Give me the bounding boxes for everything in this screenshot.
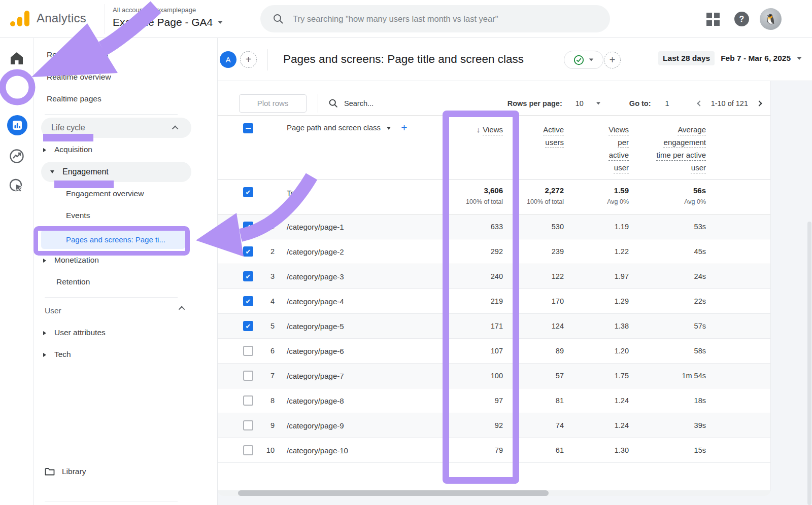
table-row[interactable]: 10 /category/page-10 79 61 1.30 15s (218, 438, 770, 463)
advertising-icon[interactable] (9, 178, 25, 194)
row-checkbox[interactable] (243, 395, 253, 406)
row-avg-time: 53s (629, 223, 706, 231)
row-checkbox[interactable] (243, 445, 253, 455)
nav-acquisition[interactable]: Acquisition (43, 145, 92, 154)
table-row[interactable]: 6 /category/page-6 107 89 1.20 58s (218, 339, 770, 364)
column-header-avg-engagement-time[interactable]: Average engagement time per active user (629, 116, 706, 179)
top-app-bar: Analytics All accounts › examplepage Exa… (0, 0, 812, 38)
table-row[interactable]: ✔ 5 /category/page-5 171 124 1.38 57s (218, 314, 770, 339)
help-icon[interactable]: ? (734, 12, 749, 26)
row-checkbox[interactable]: ✔ (243, 246, 253, 257)
add-comparison-icon[interactable]: + (240, 51, 257, 68)
row-checkbox[interactable] (243, 346, 253, 356)
table-row[interactable]: 7 /category/page-7 100 57 1.75 1m 54s (218, 364, 770, 388)
table-row[interactable]: 8 /category/page-8 97 81 1.24 18s (218, 388, 770, 413)
go-to-label: Go to: (629, 99, 651, 107)
nav-realtime-pages[interactable]: Realtime pages (47, 94, 101, 103)
table-header-row: Page path and screen class + ↓Views Acti… (218, 116, 770, 180)
nav-realtime-overview[interactable]: Realtime overview (47, 73, 111, 82)
breadcrumb[interactable]: All accounts › examplepage (113, 6, 196, 14)
chevron-down-icon[interactable] (387, 127, 391, 130)
row-page-path: /category/page-1 (280, 223, 427, 231)
row-index: 10 (258, 446, 280, 454)
dimension-header[interactable]: Page path and screen class + (280, 116, 427, 179)
row-views-per-user: 1.38 (564, 322, 629, 330)
nav-divider (45, 114, 178, 115)
total-checkbox[interactable]: ✔ (243, 187, 253, 197)
table-row[interactable]: ✔ 1 /category/page-1 633 530 1.19 53s (218, 214, 770, 239)
row-checkbox[interactable]: ✔ (243, 321, 253, 331)
row-checkbox[interactable]: ✔ (243, 271, 253, 281)
plot-rows-button[interactable]: Plot rows (239, 94, 307, 113)
row-checkbox[interactable] (243, 420, 253, 430)
column-header-active-users[interactable]: Active users (503, 116, 564, 179)
add-report-icon[interactable]: + (604, 52, 621, 68)
row-checkbox[interactable]: ✔ (243, 222, 253, 232)
next-page-icon[interactable] (756, 100, 762, 106)
global-search-input[interactable] (293, 14, 598, 24)
date-range-picker[interactable]: Last 28 days Feb 7 - Mar 6, 2025 (658, 51, 802, 65)
page-scrollbar[interactable] (807, 222, 811, 505)
collapse-arrow-icon[interactable] (50, 170, 54, 173)
nav-engagement[interactable]: Engagement (41, 162, 191, 182)
add-dimension-icon[interactable]: + (401, 123, 407, 132)
table-row[interactable]: 9 /category/page-9 92 74 1.24 39s (218, 413, 770, 438)
row-checkbox[interactable]: ✔ (243, 296, 253, 306)
nav-events[interactable]: Events (66, 211, 90, 220)
table-rows: ✔ 1 /category/page-1 633 530 1.19 53s ✔ … (218, 214, 770, 463)
row-page-path: /category/page-3 (280, 272, 427, 281)
horizontal-scrollbar[interactable] (218, 490, 770, 496)
expand-arrow-icon[interactable] (43, 331, 46, 335)
table-search-input[interactable] (344, 99, 400, 107)
comparison-avatar[interactable]: A (220, 51, 236, 68)
nav-library[interactable]: Library (45, 467, 86, 476)
table-row[interactable]: ✔ 3 /category/page-3 240 122 1.97 24s (218, 264, 770, 289)
row-active-users: 89 (503, 347, 564, 355)
expand-arrow-icon[interactable] (43, 259, 46, 263)
nav-tech[interactable]: Tech (43, 350, 71, 359)
chevron-up-icon[interactable] (172, 125, 179, 132)
row-checkbox[interactable] (243, 371, 253, 381)
property-switcher[interactable]: Example Page - GA4 (113, 16, 223, 28)
global-search[interactable] (260, 5, 610, 32)
row-page-path: /category/page-8 (280, 396, 427, 405)
chevron-up-icon[interactable] (179, 306, 185, 313)
breadcrumb-property[interactable]: examplepage (156, 6, 196, 14)
breadcrumb-account[interactable]: All accounts (113, 6, 148, 14)
row-views-per-user: 1.19 (564, 223, 629, 231)
nav-user-attributes[interactable]: User attributes (43, 328, 106, 337)
select-all-checkbox[interactable] (243, 123, 253, 133)
row-page-path: /category/page-6 (280, 347, 427, 355)
reports-nav-icon[interactable] (7, 115, 27, 135)
column-header-views[interactable]: ↓Views (427, 116, 503, 179)
nav-retention[interactable]: Retention (56, 277, 90, 286)
nav-reports-snapshot[interactable]: Reports snapshot (47, 50, 109, 59)
home-icon[interactable] (9, 51, 24, 65)
chevron-down-icon[interactable] (596, 102, 600, 104)
table-search[interactable] (328, 98, 400, 108)
total-views: 3,606 (427, 186, 503, 195)
table-row[interactable]: ✔ 2 /category/page-2 292 239 1.22 45s (218, 239, 770, 264)
row-active-users: 170 (503, 297, 564, 305)
table-total-row: ✔ Total 3,606100% of total 2,272100% of … (218, 180, 770, 214)
table-row[interactable]: ✔ 4 /category/page-4 219 170 1.29 22s (218, 289, 770, 314)
data-quality-badge[interactable] (564, 51, 603, 69)
nav-section-life-cycle[interactable]: Life cycle (41, 118, 191, 138)
expand-arrow-icon[interactable] (43, 353, 46, 357)
rows-per-page-value[interactable]: 10 (576, 99, 584, 107)
nav-engagement-overview[interactable]: Engagement overview (66, 189, 144, 198)
total-active-users: 2,272 (503, 186, 564, 195)
nav-pages-and-screens-selected[interactable]: Pages and screens: Page ti... (41, 230, 185, 249)
horizontal-scrollbar-thumb[interactable] (238, 490, 549, 496)
nav-section-user[interactable]: User (45, 306, 192, 315)
explore-icon[interactable] (9, 148, 25, 164)
previous-page-icon[interactable] (697, 100, 702, 106)
apps-grid-icon[interactable] (706, 13, 720, 26)
row-active-users: 57 (503, 372, 564, 380)
row-views: 240 (427, 272, 503, 280)
expand-arrow-icon[interactable] (43, 148, 46, 152)
column-header-views-per-active-user[interactable]: Views per active user (564, 116, 629, 179)
nav-monetization[interactable]: Monetization (43, 256, 99, 265)
go-to-value[interactable]: 1 (665, 99, 669, 107)
user-avatar[interactable]: 🐧 (760, 8, 782, 30)
